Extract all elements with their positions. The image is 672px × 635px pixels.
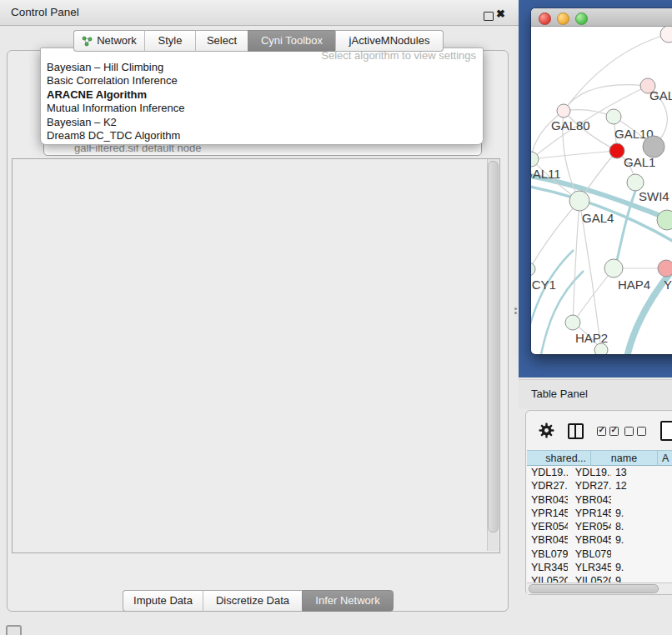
table-cell: YPR145W	[527, 507, 568, 520]
gear-icon[interactable]	[539, 422, 554, 438]
table-cell: YDL19...	[527, 466, 568, 479]
tab-network[interactable]: Network	[73, 30, 144, 52]
tab-network-label: Network	[97, 31, 137, 51]
network-canvas[interactable]: GALGAL80GAL10GAL1GAL11SWI4GAL4GCY1HAP4YH…	[531, 27, 672, 354]
table-cell: YDR27...	[527, 479, 568, 492]
table-row[interactable]: YDL19...YDL19...13	[527, 466, 672, 479]
menu-item[interactable]: Basic Correlation Inference	[41, 74, 483, 88]
network-node-label: GAL	[649, 88, 672, 102]
settings-scrollbar-thumb[interactable]	[488, 161, 499, 532]
minimize-traffic-light-icon[interactable]	[557, 12, 569, 25]
table-cell: YLR345W	[568, 561, 611, 574]
table-cell: 13	[611, 466, 672, 479]
algorithm-dropdown-menu: Select algorithm to view settings Bayesi…	[40, 48, 484, 145]
network-node-gal4[interactable]	[569, 191, 589, 211]
menu-item[interactable]: ARACNE Algorithm	[41, 88, 483, 102]
minimized-window-icon[interactable]	[6, 625, 22, 635]
network-node-label: Y	[664, 278, 672, 292]
table-cell: YDL19...	[568, 466, 611, 479]
table-column-header[interactable]: A	[658, 450, 672, 466]
network-node-swi4[interactable]	[627, 174, 644, 191]
table-cell: YER054C	[568, 520, 611, 533]
table-cell: YLR345W	[527, 561, 568, 574]
checked-box-icon	[597, 427, 606, 436]
network-node-gal1[interactable]	[609, 143, 624, 158]
table-row[interactable]: YLR345WYLR345W9.	[527, 561, 672, 574]
menu-item[interactable]: Bayesian – Hill Climbing	[41, 61, 483, 74]
table-cell: YBL079W	[527, 548, 568, 561]
table-hscrollbar-thumb[interactable]	[529, 584, 659, 593]
panel-divider-handle[interactable]	[514, 308, 517, 310]
table-cell: YBR045C	[568, 533, 611, 547]
network-node-label: GAL80	[551, 118, 590, 132]
table-column-header[interactable]: shared...	[527, 450, 591, 466]
hide-columns-icon[interactable]	[624, 427, 646, 436]
tab-select[interactable]: Select	[195, 30, 248, 52]
algorithm-menu-items: Bayesian – Hill ClimbingBasic Correlatio…	[41, 61, 483, 142]
unchecked-box-icon	[637, 427, 646, 436]
network-node-label: GCY1	[531, 278, 556, 292]
table-cell: YPR145W	[568, 507, 611, 520]
table-panel-title: Table Panel	[531, 388, 588, 400]
network-node-gcy1[interactable]	[531, 262, 535, 276]
tab-cyni-toolbox[interactable]: Cyni Toolbox	[248, 30, 335, 52]
control-panel-title: Control Panel	[11, 6, 79, 18]
menu-item[interactable]: Dream8 DC_TDC Algorithm	[41, 129, 483, 142]
table-cell: 12	[611, 479, 672, 492]
network-node-label: SWI4	[639, 189, 669, 203]
show-columns-icon[interactable]	[597, 427, 619, 436]
float-window-icon[interactable]	[484, 12, 494, 21]
table-row[interactable]: YBR045CYBR045C9.	[527, 533, 672, 547]
network-node-y[interactable]	[658, 260, 672, 277]
table-cell: YBR045C	[527, 533, 568, 547]
table-cell: YER054C	[527, 520, 568, 533]
close-icon[interactable]: ✖	[496, 8, 505, 20]
split-columns-icon[interactable]	[568, 423, 584, 439]
table-header-row: shared...nameA	[527, 450, 672, 466]
bottom-tabbar: Impute Data Discretize Data Infer Networ…	[123, 590, 394, 608]
table-column-header[interactable]: name	[591, 450, 658, 466]
checked-box-icon	[609, 427, 619, 436]
table-cell	[611, 493, 672, 507]
network-node[interactable]	[660, 27, 672, 42]
table-cell: 9.	[611, 507, 672, 520]
network-node-gal10[interactable]	[606, 109, 621, 124]
network-node-label: HAP4	[618, 278, 650, 292]
table-cell: 9.	[611, 561, 672, 574]
network-node[interactable]	[643, 136, 664, 158]
table-cell	[611, 548, 672, 561]
network-node-hap2[interactable]	[565, 315, 580, 330]
table-cell: YBL079W	[568, 548, 611, 561]
network-node-label: HAP2	[575, 331, 608, 345]
network-node-label: GAL4	[582, 211, 614, 225]
control-panel-titlebar: Control Panel ✖	[0, 0, 519, 26]
table-row[interactable]: YBR043CYBR043C	[527, 493, 672, 507]
table-row[interactable]: YBL079WYBL079W	[527, 548, 672, 561]
table-row[interactable]: YPR145WYPR145W9.	[527, 507, 672, 520]
control-panel-tabbar: Network Style Select Cyni Toolbox jActiv…	[73, 30, 444, 50]
settings-scrollpane	[12, 158, 500, 553]
close-traffic-light-icon[interactable]	[539, 12, 551, 25]
document-icon[interactable]	[660, 421, 672, 441]
network-node-gal80[interactable]	[557, 104, 570, 118]
zoom-traffic-light-icon[interactable]	[575, 12, 588, 25]
table-cell: YBR043C	[568, 493, 611, 507]
network-node-hap4[interactable]	[604, 259, 623, 278]
tab-style[interactable]: Style	[144, 30, 195, 52]
table-row[interactable]: YDR27...YDR27...12	[527, 479, 672, 492]
table-cell: YDR27...	[568, 479, 611, 492]
table-cell: 8.	[611, 520, 672, 533]
network-window-titlebar[interactable]	[531, 8, 672, 27]
tab-infer-network[interactable]: Infer Network	[302, 590, 394, 612]
menu-item[interactable]: Bayesian – K2	[41, 116, 483, 129]
panel-divider-handle[interactable]	[514, 312, 517, 314]
network-node[interactable]	[594, 343, 608, 354]
table-row[interactable]: YER054CYER054C8.	[527, 520, 672, 533]
network-icon	[82, 36, 93, 47]
tab-jactivemnodules[interactable]: jActiveMNodules	[335, 30, 444, 52]
menu-item[interactable]: Mutual Information Inference	[41, 102, 483, 115]
table-cell: 9.	[611, 533, 672, 547]
table-body: YDL19...YDL19...13YDR27...YDR27...12YBR0…	[527, 466, 672, 593]
tab-impute-data[interactable]: Impute Data	[123, 590, 203, 612]
tab-discretize-data[interactable]: Discretize Data	[203, 590, 302, 612]
